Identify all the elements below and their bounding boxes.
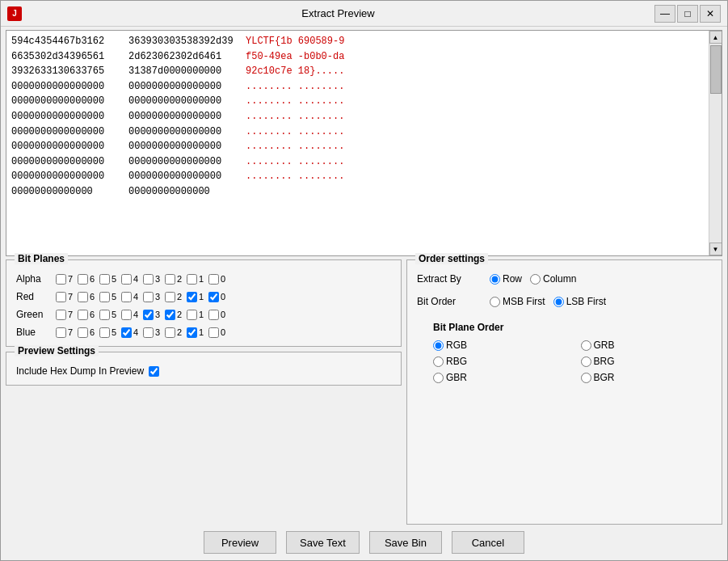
bit-checkbox-blue-4[interactable] [121, 327, 132, 338]
bit-item-blue-5: 5 [99, 327, 118, 338]
bit-num-red-7: 7 [68, 292, 74, 302]
bit-checkbox-red-6[interactable] [78, 292, 88, 302]
bit-item-alpha-7: 7 [56, 274, 74, 285]
bit-num-red-2: 2 [177, 292, 183, 302]
include-hex-label: Include Hex Dump In Preview [16, 365, 144, 377]
bpo-radio-rbg[interactable] [433, 356, 444, 367]
bit-checkbox-red-2[interactable] [165, 292, 175, 302]
bpo-option-rgb: RGB [433, 340, 565, 351]
bit-checkbox-green-2[interactable] [165, 310, 175, 320]
bit-checkbox-alpha-6[interactable] [78, 274, 88, 285]
bit-plane-order-title: Bit Plane Order [433, 322, 712, 333]
bit-item-green-7: 7 [56, 310, 74, 320]
bit-num-alpha-3: 3 [155, 274, 162, 284]
bit-row-green: Green76543210 [16, 309, 391, 320]
preview-col1: 00000000000000 [11, 184, 128, 200]
bit-checkbox-blue-3[interactable] [143, 327, 154, 338]
bit-num-green-4: 4 [133, 310, 140, 319]
bit-checkbox-blue-5[interactable] [99, 327, 110, 338]
bit-checkbox-red-3[interactable] [143, 292, 154, 302]
msb-first-radio[interactable] [490, 297, 500, 307]
bit-checkbox-blue-1[interactable] [187, 327, 197, 338]
bit-checkbox-red-5[interactable] [99, 292, 110, 302]
maximize-button[interactable]: □ [677, 5, 698, 23]
bit-checkbox-red-1[interactable] [187, 292, 197, 302]
bit-num-blue-5: 5 [112, 327, 118, 337]
bit-item-alpha-5: 5 [99, 274, 118, 285]
preview-col1: 0000000000000000 [11, 109, 128, 124]
bit-checkbox-alpha-2[interactable] [165, 274, 175, 285]
scroll-thumb[interactable] [710, 45, 722, 94]
main-window: J Extract Preview — □ ✕ 594c4354467b3162… [0, 0, 728, 561]
bit-checkbox-alpha-7[interactable] [56, 274, 66, 285]
bit-checkbox-green-7[interactable] [56, 310, 66, 320]
cancel-button[interactable]: Cancel [452, 531, 524, 554]
bit-checkbox-red-4[interactable] [121, 292, 132, 302]
bpo-radio-rgb[interactable] [433, 340, 444, 351]
vertical-scrollbar[interactable]: ▲ ▼ [709, 31, 722, 255]
bit-num-green-3: 3 [155, 310, 162, 319]
bit-checkbox-green-5[interactable] [99, 310, 110, 320]
bit-checkbox-green-0[interactable] [208, 310, 219, 320]
preview-col2: 0000000000000000 [128, 169, 246, 184]
preview-button[interactable]: Preview [204, 531, 276, 554]
bit-num-alpha-1: 1 [199, 274, 205, 284]
save-text-button[interactable]: Save Text [286, 531, 360, 554]
bit-checkbox-alpha-1[interactable] [187, 274, 197, 285]
preview-line: 0000000000000000 0000000000000000 ......… [11, 109, 704, 124]
preview-col2: 2d623062302d6461 [128, 49, 246, 65]
bit-item-green-0: 0 [208, 310, 227, 320]
bit-num-green-1: 1 [199, 310, 205, 319]
bottom-area: Bit Planes Alpha76543210Red76543210Green… [1, 259, 727, 525]
bit-checkbox-alpha-3[interactable] [143, 274, 154, 285]
bit-checkbox-green-1[interactable] [187, 310, 197, 320]
bit-checkbox-green-6[interactable] [78, 310, 88, 320]
bit-item-blue-2: 2 [165, 327, 183, 338]
bit-checkbox-green-4[interactable] [121, 310, 132, 320]
preview-line: 3932633130633765 31387d0000000000 92c10c… [11, 64, 704, 79]
bpo-option-rbg: RBG [433, 356, 565, 367]
bit-checkbox-blue-6[interactable] [78, 327, 88, 338]
preview-col1: 594c4354467b3162 [11, 34, 128, 49]
include-hex-checkbox[interactable] [149, 366, 159, 377]
preview-col1: 0000000000000000 [11, 94, 128, 109]
bit-checkbox-alpha-0[interactable] [208, 274, 219, 285]
extract-by-column-radio[interactable] [530, 274, 541, 285]
close-button[interactable]: ✕ [700, 5, 721, 23]
lsb-first-radio[interactable] [553, 297, 564, 307]
bpo-radio-bgr[interactable] [581, 373, 591, 383]
bit-checkbox-red-7[interactable] [56, 292, 66, 302]
save-bin-button[interactable]: Save Bin [369, 531, 442, 554]
scroll-track[interactable] [709, 44, 722, 243]
bit-checkbox-blue-0[interactable] [208, 327, 219, 338]
bit-item-green-1: 1 [187, 310, 205, 320]
extract-by-row-radio[interactable] [490, 274, 500, 285]
minimize-button[interactable]: — [654, 5, 675, 23]
lsb-first-label: LSB First [566, 296, 606, 307]
button-row: Preview Save Text Save Bin Cancel [1, 525, 727, 560]
preview-line: 0000000000000000 0000000000000000 ......… [11, 139, 704, 154]
bpo-radio-grb[interactable] [581, 340, 591, 351]
extract-by-column-option: Column [530, 273, 576, 285]
bit-item-red-0: 0 [208, 292, 227, 302]
bit-checkbox-alpha-4[interactable] [121, 274, 132, 285]
scroll-down-arrow[interactable]: ▼ [709, 243, 722, 255]
bit-checkbox-alpha-5[interactable] [99, 274, 110, 285]
bit-checkbox-blue-2[interactable] [165, 327, 175, 338]
bit-item-red-3: 3 [143, 292, 162, 302]
bit-checkbox-red-0[interactable] [208, 292, 219, 302]
preview-col1: 0000000000000000 [11, 154, 128, 170]
include-hex-text: Include Hex Dump In Preview [16, 365, 144, 377]
preview-line: 6635302d34396561 2d623062302d6461 f50-49… [11, 49, 704, 65]
preview-col1: 0000000000000000 [11, 139, 128, 154]
preview-col2: 31387d0000000000 [128, 64, 246, 79]
bit-checkbox-blue-7[interactable] [56, 327, 66, 338]
title-bar-left: J [7, 6, 22, 21]
bpo-radio-brg[interactable] [581, 356, 591, 367]
bit-planes-group: Bit Planes Alpha76543210Red76543210Green… [6, 259, 402, 347]
scroll-up-arrow[interactable]: ▲ [709, 31, 722, 44]
bit-checkbox-green-3[interactable] [143, 310, 154, 320]
bit-item-alpha-1: 1 [187, 274, 205, 285]
bpo-radio-gbr[interactable] [433, 373, 444, 383]
bit-num-blue-1: 1 [199, 327, 205, 337]
